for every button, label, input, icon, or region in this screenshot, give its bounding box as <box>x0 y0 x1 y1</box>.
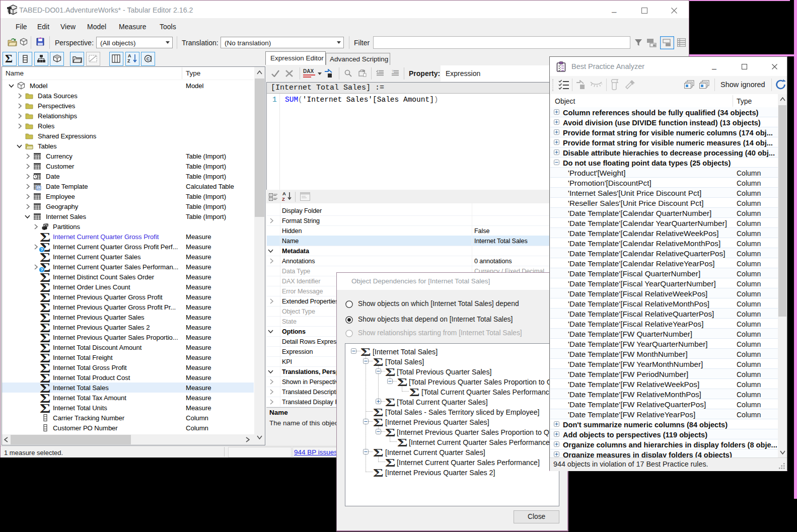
svg-text:C: C <box>147 56 150 61</box>
svg-text:fx: fx <box>37 186 40 190</box>
svg-text:?: ? <box>392 70 394 73</box>
